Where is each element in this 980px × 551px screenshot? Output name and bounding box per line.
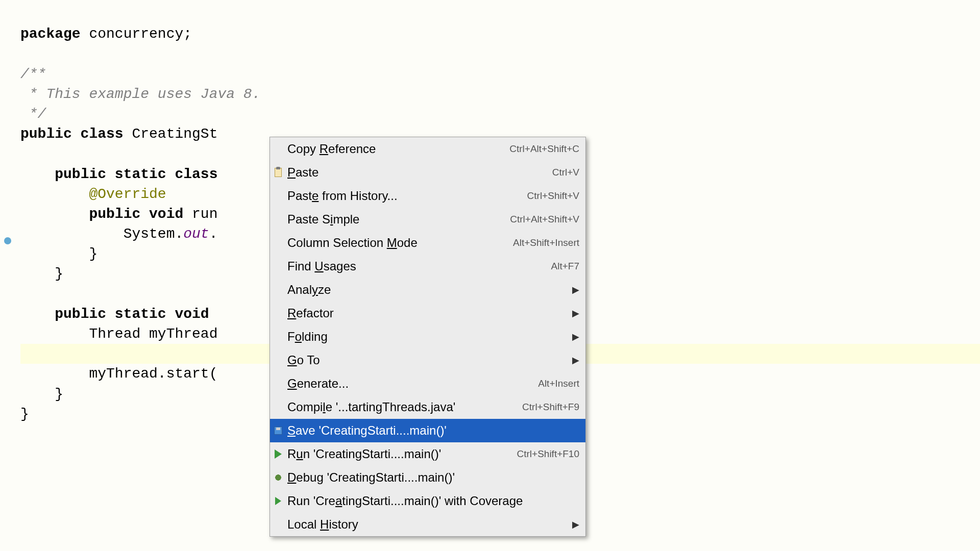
submenu-arrow-icon: ▶ bbox=[572, 308, 579, 319]
menu-item-14[interactable]: Debug 'CreatingStarti....main()' bbox=[270, 466, 585, 489]
blank-icon bbox=[272, 237, 284, 249]
blank-icon bbox=[272, 284, 284, 296]
menu-item-label: Run 'CreatingStarti....main()' bbox=[287, 447, 511, 461]
run-icon bbox=[272, 448, 284, 460]
menu-item-label: Find Usages bbox=[287, 259, 545, 273]
menu-item-12[interactable]: Save 'CreatingStarti....main()' bbox=[270, 419, 585, 442]
thread-start-call: myThread.start( bbox=[89, 366, 217, 382]
code-line: System.out. bbox=[20, 226, 218, 242]
menu-item-label: Paste from History... bbox=[287, 189, 521, 203]
blank-icon bbox=[272, 354, 284, 366]
code-line: public static void bbox=[20, 306, 209, 322]
menu-item-label: Paste bbox=[287, 165, 546, 180]
submenu-arrow-icon: ▶ bbox=[572, 519, 579, 530]
thread-declaration: Thread myThread bbox=[89, 326, 217, 342]
system-class: System. bbox=[124, 226, 184, 242]
blank-icon bbox=[272, 401, 284, 413]
paste-icon bbox=[272, 166, 284, 179]
menu-item-1[interactable]: PasteCtrl+V bbox=[270, 161, 585, 184]
class-name: CreatingSt bbox=[124, 126, 218, 142]
code-line: } bbox=[20, 246, 97, 262]
override-gutter-icon[interactable] bbox=[4, 237, 11, 244]
menu-item-shortcut: Ctrl+Shift+V bbox=[527, 190, 579, 202]
comment-line: * This example uses Java 8. bbox=[20, 86, 260, 102]
code-line: public void run bbox=[20, 206, 217, 222]
menu-item-4[interactable]: Column Selection ModeAlt+Shift+Insert bbox=[270, 231, 585, 255]
menu-item-shortcut: Ctrl+Alt+Shift+C bbox=[509, 143, 579, 155]
menu-item-shortcut: Ctrl+V bbox=[552, 167, 579, 178]
menu-item-shortcut: Ctrl+Shift+F9 bbox=[522, 402, 579, 413]
keyword-inner-class: public static class bbox=[55, 166, 217, 182]
menu-item-label: Refactor bbox=[287, 306, 568, 320]
menu-item-label: Run 'CreatingStarti....main()' with Cove… bbox=[287, 494, 579, 508]
code-line: public static class bbox=[20, 166, 217, 182]
save-icon bbox=[272, 424, 284, 437]
submenu-arrow-icon: ▶ bbox=[572, 355, 579, 366]
keyword-method: public void bbox=[89, 206, 183, 222]
blank-icon bbox=[272, 307, 284, 319]
blank-icon bbox=[272, 213, 284, 226]
menu-item-label: Local History bbox=[287, 517, 568, 532]
keyword-main: public static void bbox=[55, 306, 209, 322]
menu-item-15[interactable]: Run 'CreatingStarti....main()' with Cove… bbox=[270, 489, 585, 513]
menu-item-shortcut: Alt+Shift+Insert bbox=[513, 237, 579, 248]
blank-icon bbox=[272, 378, 284, 390]
blank-icon bbox=[272, 143, 284, 155]
menu-item-16[interactable]: Local History▶ bbox=[270, 513, 585, 536]
code-line: } bbox=[20, 406, 29, 422]
menu-item-13[interactable]: Run 'CreatingStarti....main()'Ctrl+Shift… bbox=[270, 442, 585, 466]
blank-icon bbox=[272, 518, 284, 531]
brace: } bbox=[89, 246, 97, 262]
brace: } bbox=[55, 266, 63, 282]
brace: } bbox=[20, 406, 29, 422]
menu-item-2[interactable]: Paste from History...Ctrl+Shift+V bbox=[270, 184, 585, 208]
dot: . bbox=[209, 226, 218, 242]
menu-item-0[interactable]: Copy ReferenceCtrl+Alt+Shift+C bbox=[270, 137, 585, 161]
menu-item-shortcut: Alt+F7 bbox=[551, 261, 579, 272]
code-line: public class CreatingSt bbox=[20, 126, 217, 142]
debug-icon bbox=[272, 471, 284, 484]
blank-icon bbox=[272, 331, 284, 343]
comment-line: /** bbox=[20, 66, 46, 82]
code-line: } bbox=[20, 266, 63, 282]
menu-item-10[interactable]: Generate...Alt+Insert bbox=[270, 372, 585, 395]
menu-item-label: Column Selection Mode bbox=[287, 236, 507, 250]
submenu-arrow-icon: ▶ bbox=[572, 284, 579, 295]
submenu-arrow-icon: ▶ bbox=[572, 331, 579, 342]
menu-item-3[interactable]: Paste SimpleCtrl+Alt+Shift+V bbox=[270, 208, 585, 231]
menu-item-label: Paste Simple bbox=[287, 212, 504, 227]
code-line: Thread myThread bbox=[20, 326, 217, 342]
menu-item-label: Save 'CreatingStarti....main()' bbox=[287, 423, 579, 438]
code-line: } bbox=[20, 386, 63, 402]
menu-item-9[interactable]: Go To▶ bbox=[270, 348, 585, 372]
annotation-override: @Override bbox=[89, 186, 166, 202]
coverage-icon bbox=[272, 495, 284, 507]
keyword-package: package bbox=[20, 26, 81, 42]
comment-line: */ bbox=[20, 106, 46, 122]
package-name: concurrency; bbox=[81, 26, 192, 42]
menu-item-shortcut: Alt+Insert bbox=[538, 378, 579, 389]
menu-item-7[interactable]: Refactor▶ bbox=[270, 302, 585, 325]
menu-item-label: Debug 'CreatingStarti....main()' bbox=[287, 470, 579, 485]
keyword-class: public class bbox=[20, 126, 124, 142]
menu-item-8[interactable]: Folding▶ bbox=[270, 325, 585, 348]
menu-item-label: Folding bbox=[287, 330, 568, 344]
menu-item-shortcut: Ctrl+Alt+Shift+V bbox=[510, 214, 579, 225]
menu-item-label: Go To bbox=[287, 353, 568, 367]
blank-icon bbox=[272, 260, 284, 272]
menu-item-11[interactable]: Compile '...tartingThreads.java'Ctrl+Shi… bbox=[270, 395, 585, 419]
method-name: run bbox=[183, 206, 217, 222]
menu-item-6[interactable]: Analyze▶ bbox=[270, 278, 585, 302]
blank-icon bbox=[272, 190, 284, 202]
code-line: package concurrency; bbox=[20, 26, 192, 42]
editor-context-menu: Copy ReferenceCtrl+Alt+Shift+CPasteCtrl+… bbox=[270, 137, 586, 537]
brace: } bbox=[55, 386, 63, 402]
menu-item-label: Copy Reference bbox=[287, 142, 503, 156]
out-field: out bbox=[183, 226, 209, 242]
menu-item-label: Analyze bbox=[287, 283, 568, 297]
menu-item-label: Compile '...tartingThreads.java' bbox=[287, 400, 516, 414]
code-line: @Override bbox=[20, 186, 166, 202]
code-line: myThread.start( bbox=[20, 366, 217, 382]
menu-item-shortcut: Ctrl+Shift+F10 bbox=[517, 448, 580, 460]
menu-item-5[interactable]: Find UsagesAlt+F7 bbox=[270, 255, 585, 278]
